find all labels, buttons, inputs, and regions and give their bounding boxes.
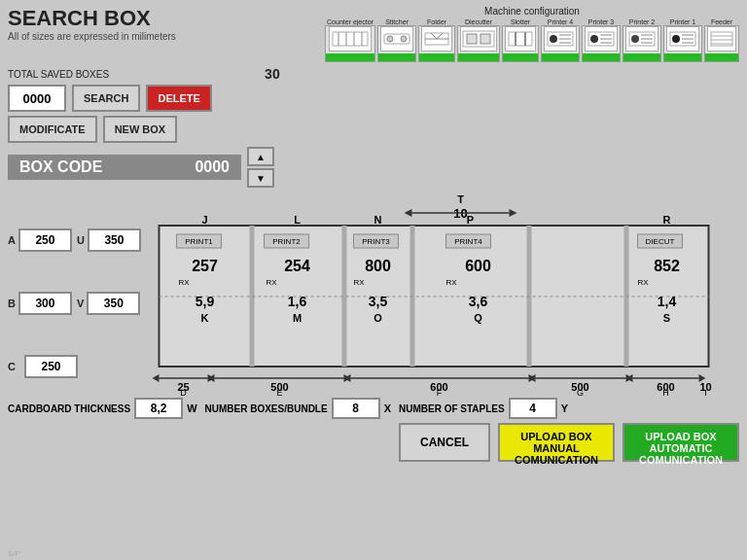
dim-C-row: C [8,355,120,378]
staples-suffix: Y [561,402,568,414]
svg-point-32 [672,35,680,43]
subtitle: All of sizes are expressed in milimeters [8,31,176,42]
cardboard-thickness-input[interactable] [134,398,183,419]
input-A[interactable] [18,228,72,252]
label-printer1: Printer 1 [663,18,702,25]
delete-button[interactable]: DELETE [146,85,211,112]
label-C: C [8,361,21,372]
machine-icon-stitcher[interactable] [377,25,416,62]
main-title: SEARCH BOX [8,6,176,31]
box-diagram-container: T 10 [124,192,739,396]
machine-icon-slotter[interactable] [502,25,539,62]
label-V: V [77,298,84,309]
code-input[interactable] [8,85,66,112]
main-container: SEARCH BOX All of sizes are expressed in… [0,0,747,560]
H-label: H [662,388,669,396]
R-label: R [663,214,671,226]
rx4-value: 3,6 [469,294,488,309]
print3-label: PRINT3 [362,237,390,246]
print4-label: PRINT4 [454,237,482,246]
machine-icon-counter-ejector[interactable] [325,25,375,62]
modificate-button[interactable]: MODIFICATE [8,116,97,143]
upload-manual-button[interactable]: UPLOAD BOX MANUAL COMUNICATION [498,423,615,462]
G-label: G [577,388,584,396]
input-C[interactable] [24,355,78,378]
rx1-value: 5,9 [196,294,215,309]
rx5-label: RX [638,278,650,287]
left-dims: A U B V C [8,192,120,396]
arrow-buttons: ▲ ▼ [247,147,274,188]
label-diecutter: Diecutter [457,18,500,25]
new-box-button[interactable]: NEW BOX [103,116,178,143]
arrow-down-button[interactable]: ▼ [247,168,274,188]
cardboard-thickness-suffix: W [187,402,196,414]
upload-auto-button[interactable]: UPLOAD BOX AUTOMATIC COMUNICATION [622,423,739,462]
rx2-label: RX [267,278,278,287]
rx3-label: RX [354,278,366,287]
svg-rect-0 [333,32,368,46]
rx4-label: RX [446,278,458,287]
label-U: U [77,234,85,246]
saved-boxes-label: TOTAL SAVED BOXES [8,69,109,80]
watermark: S/P [8,549,20,558]
saved-boxes-count: 30 [265,66,280,82]
box-code-label: BOX CODE 0000 [8,155,241,180]
print4-value: 600 [465,258,491,274]
title-block: SEARCH BOX All of sizes are expressed in… [8,6,176,42]
I-label: I [704,388,707,396]
label-slotter: Slotter [502,18,539,25]
F-label: F [437,388,443,396]
svg-point-22 [590,35,598,43]
box-code-text: BOX CODE [19,158,102,176]
label-feeder: Feeder [704,18,739,25]
dim-A-row: A U [8,228,120,252]
rx5-value: 1,4 [658,294,677,309]
machine-icon-printer3[interactable] [582,25,621,62]
svg-point-7 [401,36,407,42]
D-label: D [180,388,187,396]
label-printer2: Printer 2 [622,18,661,25]
T-label: T [457,193,464,205]
staples-group: NUMBER OF STAPLES Y [399,398,568,419]
rx2-value: 1,6 [288,294,307,309]
diecut-label: DIECUT [646,237,675,246]
staples-label: NUMBER OF STAPLES [399,403,505,414]
footer-buttons-row: CANCEL UPLOAD BOX MANUAL COMUNICATION UP… [8,423,739,462]
label-counter-ejector: Counter ejector [325,18,375,25]
machine-config: Machine configuration Counter ejector St… [325,6,739,62]
E-label: E [276,388,282,396]
svg-point-6 [387,36,393,42]
arrow-up-button[interactable]: ▲ [247,147,274,166]
label-folder: Folder [418,18,455,25]
machine-icon-printer2[interactable] [622,25,661,62]
diagram-area: A U B V C T 10 [8,192,739,396]
svg-marker-41 [405,209,412,217]
label-printer4: Printer 4 [541,18,580,25]
input-B[interactable] [18,292,72,315]
box-code-value: 0000 [195,158,230,176]
action-row: MODIFICATE NEW BOX [8,116,739,143]
machine-icon-printer4[interactable] [541,25,580,62]
machine-icon-diecutter[interactable] [457,25,500,62]
machine-icon-printer1[interactable] [663,25,702,62]
print1-label: PRINT1 [185,237,213,246]
O-label: O [374,312,382,324]
J-label: J [201,214,207,226]
svg-point-27 [631,35,639,43]
L-label: L [294,214,301,226]
machine-icon-feeder[interactable] [704,25,739,62]
boxes-bundle-input[interactable] [332,398,380,419]
search-button[interactable]: SEARCH [72,85,140,112]
staples-input[interactable] [509,398,557,419]
saved-boxes-row: TOTAL SAVED BOXES 30 [8,66,739,82]
bottom-fields-row: CARDBOARD THICKNESS W NUMBER BOXES/BUNDL… [8,398,739,419]
S-label: S [663,312,670,324]
box-code-row: BOX CODE 0000 ▲ ▼ [8,147,739,188]
machine-icon-folder[interactable] [418,25,455,62]
label-printer3: Printer 3 [582,18,621,25]
svg-point-17 [550,35,557,43]
machine-labels: Counter ejector Stitcher Folder Diecutte… [325,18,739,25]
cancel-button[interactable]: CANCEL [399,423,490,462]
label-B: B [8,298,16,309]
box-diagram-svg: T 10 [124,192,739,396]
